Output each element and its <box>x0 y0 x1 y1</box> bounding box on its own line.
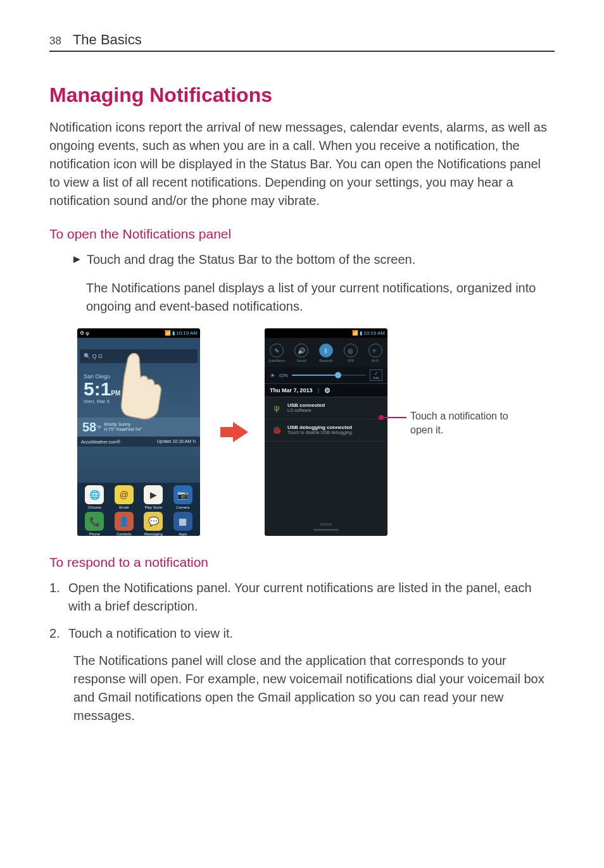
dock-item-playstore[interactable]: ▶Play Store <box>141 485 166 509</box>
gps-icon: ◎ <box>344 344 358 357</box>
weather-provider-row[interactable]: AccuWeather.com® Update 10:18 AM ↻ <box>77 437 200 447</box>
panel-date: Thu Mar 7, 2013 <box>270 387 313 394</box>
notification-item-usb[interactable]: ψ USB connected LG software <box>265 397 387 419</box>
settings-icon[interactable]: ⚙ <box>324 387 330 395</box>
ordered-item-1: 1. Open the Notifications panel. Your cu… <box>49 579 555 616</box>
camera-icon: 📷 <box>173 485 192 504</box>
notification-title: USB connected <box>287 402 381 408</box>
page-number: 38 <box>49 35 61 47</box>
dock-label: Camera <box>170 505 196 509</box>
ol-number: 2. <box>49 624 63 643</box>
playstore-icon: ▶ <box>144 485 163 504</box>
dock: 🌐Chrome @Email ▶Play Store 📷Camera 📞Phon… <box>77 483 200 536</box>
qs-label: Sound <box>290 359 313 363</box>
apps-icon: ▦ <box>173 512 192 531</box>
sound-icon: 🔊 <box>294 344 308 357</box>
statusbar-right: 📶 ▮ 10:19 AM <box>352 330 385 336</box>
brightness-slider[interactable] <box>292 375 366 376</box>
weather-desc: Mostly Sunny <box>104 422 142 427</box>
phone-home-screen: ⚙ ψ 📶 ▮ 10:19 AM 🔍 Q G San Diego 5:1PM W… <box>77 328 200 536</box>
qs-wifi[interactable]: ᯤWi-Fi <box>364 344 387 363</box>
status-bar[interactable]: ⚙ ψ 📶 ▮ 10:19 AM <box>77 328 200 338</box>
dock-label: Play Store <box>141 505 166 509</box>
notification-title: USB debugging connected <box>287 425 381 430</box>
auto-brightness-toggle[interactable]: ✓ Auto <box>370 369 382 381</box>
search-bar[interactable]: 🔍 Q G <box>80 349 198 363</box>
panel-footer: Home <box>265 522 387 531</box>
search-icons: 🔍 Q G <box>84 353 103 359</box>
dock-item-camera[interactable]: 📷Camera <box>170 485 196 509</box>
page-title: Managing Notifications <box>49 84 555 107</box>
notification-subtitle: Touch to disable USB debugging. <box>287 430 381 435</box>
bullet-text: Touch and drag the Status Bar to the bot… <box>87 251 415 269</box>
dock-label: Email <box>111 505 137 509</box>
notification-panel: ✎QuickMemo 🔊Sound ᛒBluetooth ◎GPS ᯤWi-Fi… <box>265 338 387 536</box>
quickmemo-icon: ✎ <box>270 344 284 357</box>
ol-number: 1. <box>49 579 63 616</box>
bullet-item: ▶ Touch and drag the Status Bar to the b… <box>73 251 555 269</box>
bullet-followup: The Notifications panel displays a list … <box>86 279 555 316</box>
figure-row: ⚙ ψ 📶 ▮ 10:19 AM 🔍 Q G San Diego 5:1PM W… <box>77 328 555 536</box>
panel-date-row: Thu Mar 7, 2013 | ⚙ <box>265 383 387 397</box>
email-icon: @ <box>115 485 134 504</box>
dock-label: Apps <box>170 532 196 536</box>
messaging-icon: 💬 <box>144 512 163 531</box>
temperature: 58 <box>82 420 96 435</box>
callout-line <box>382 417 406 418</box>
qs-gps[interactable]: ◎GPS <box>339 344 362 363</box>
dock-item-messaging[interactable]: 💬Messaging <box>141 512 166 536</box>
qs-label: GPS <box>339 359 362 363</box>
qs-bluetooth[interactable]: ᛒBluetooth <box>315 344 337 363</box>
brightness-row[interactable]: ☀ 63% ✓ Auto <box>265 367 387 383</box>
dock-item-contacts[interactable]: 👤Contacts <box>111 512 137 536</box>
ol-text: Touch a notification to view it. <box>68 624 555 643</box>
chrome-icon: 🌐 <box>85 485 104 504</box>
qs-quickmemo[interactable]: ✎QuickMemo <box>265 344 288 363</box>
panel-handle[interactable] <box>313 529 339 531</box>
weather-widget[interactable]: 58 °F Mostly Sunny H:75° RealFeel 54° <box>77 418 200 437</box>
phone-icon: 📞 <box>85 512 104 531</box>
temp-unit: °F <box>96 425 101 430</box>
callout-text: Touch a notification to open it. <box>410 409 531 437</box>
statusbar-right: 📶 ▮ 10:19 AM <box>165 330 198 336</box>
usb-icon: ψ <box>271 402 282 414</box>
ordered-item-2: 2. Touch a notification to view it. <box>49 624 555 643</box>
qs-label: QuickMemo <box>265 359 288 363</box>
contacts-icon: 👤 <box>115 512 134 531</box>
clock-widget[interactable]: San Diego 5:1PM Wed, Mar 6 <box>84 373 120 404</box>
status-bar[interactable]: 📶 ▮ 10:19 AM <box>265 328 387 338</box>
notification-subtitle: LG software <box>287 408 381 412</box>
respond-followup: The Notifications panel will close and t… <box>73 652 555 725</box>
dock-item-chrome[interactable]: 🌐Chrome <box>82 485 107 509</box>
home-label[interactable]: Home <box>320 522 332 526</box>
qs-sound[interactable]: 🔊Sound <box>290 344 313 363</box>
dock-label: Messaging <box>141 532 166 536</box>
notification-item-usb-debug[interactable]: 🐞 USB debugging connected Touch to disab… <box>265 419 387 442</box>
brightness-icon: ☀ <box>270 372 275 379</box>
bug-icon: 🐞 <box>271 425 282 436</box>
dock-label: Contacts <box>111 532 137 536</box>
ol-text: Open the Notifications panel. Your curre… <box>68 579 555 616</box>
brightness-percent: 63% <box>279 373 288 378</box>
dock-label: Chrome <box>82 505 107 509</box>
dock-item-email[interactable]: @Email <box>111 485 137 509</box>
update-label: Update 10:18 AM ↻ <box>157 439 196 444</box>
section-respond-heading: To respond to a notification <box>49 555 555 570</box>
chapter-title: The Basics <box>73 32 142 48</box>
bluetooth-icon: ᛒ <box>319 344 333 357</box>
dock-item-phone[interactable]: 📞Phone <box>82 512 107 536</box>
phone-notification-panel: 📶 ▮ 10:19 AM ✎QuickMemo 🔊Sound ᛒBluetoot… <box>265 328 387 536</box>
dock-label: Phone <box>82 532 107 536</box>
auto-label: Auto <box>373 376 379 380</box>
wifi-icon: ᯤ <box>368 344 382 357</box>
arrow-icon <box>217 422 248 442</box>
home-wallpaper: 🔍 Q G San Diego 5:1PM Wed, Mar 6 58 °F M… <box>77 338 200 536</box>
clock-date: Wed, Mar 6 <box>84 399 120 404</box>
qs-label: Bluetooth <box>315 359 337 363</box>
qs-label: Wi-Fi <box>364 359 387 363</box>
section-open-heading: To open the Notifications panel <box>49 226 555 242</box>
provider-label: AccuWeather.com® <box>81 440 120 444</box>
dock-item-apps[interactable]: ▦Apps <box>170 512 196 536</box>
clock-time: 5:1PM <box>84 380 120 399</box>
weather-sub: H:75° RealFeel 54° <box>104 427 142 432</box>
